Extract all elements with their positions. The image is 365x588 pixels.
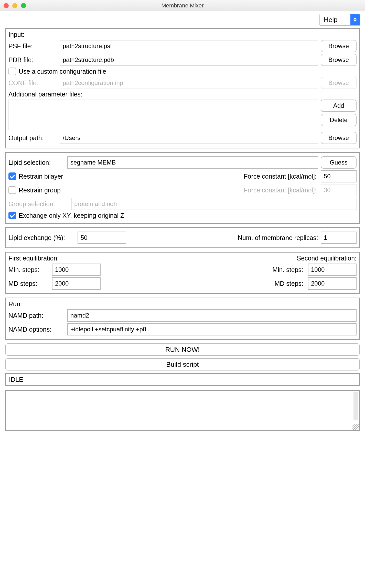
fc-bilayer-label: Force constant [kcal/mol]: [244,173,317,180]
second-min-label: Min. steps: [272,266,303,274]
psf-label: PSF file: [8,42,57,50]
namd-path-input[interactable] [67,309,357,322]
run-panel: Run: NAMD path: NAMD options: [5,298,360,340]
output-path-input[interactable] [60,132,318,144]
zoom-icon[interactable] [21,3,26,8]
first-min-label: Min. steps: [8,266,49,274]
minimize-icon[interactable] [12,3,17,8]
close-icon[interactable] [4,3,9,8]
lipid-sel-input[interactable] [67,156,318,169]
guess-button[interactable]: Guess [321,156,357,169]
second-md-input[interactable] [308,277,357,290]
scrollbar-icon[interactable] [353,392,358,420]
group-sel-label: Group selection: [8,200,69,208]
restrain-group-label: Restrain group [19,187,61,194]
help-dropdown[interactable]: Help [319,14,360,26]
first-equil-label: First equilibration: [8,255,177,262]
lipid-sel-label: Lipid selection: [8,159,65,166]
pdb-input[interactable] [60,54,318,66]
use-conf-label: Use a custom configuration file [19,68,106,75]
pdb-browse-button[interactable]: Browse [321,54,357,66]
status-panel: IDLE [5,373,360,386]
replicas-label: Num. of membrane replicas: [238,234,318,242]
fc-bilayer-input[interactable] [321,170,357,182]
second-md-label: MD steps: [274,280,303,287]
namd-opts-label: NAMD options: [8,326,65,333]
input-panel: Input: PSF file: Browse PDB file: Browse… [5,28,360,148]
use-conf-checkbox[interactable] [8,68,16,75]
fc-group-label: Force constant [kcal/mol]: [244,187,317,194]
group-sel-input [71,198,357,210]
pdb-label: PDB file: [8,56,57,64]
help-dropdown-label: Help [320,14,350,25]
conf-browse-button: Browse [321,77,357,89]
lipid-exchange-label: Lipid exchange (%): [8,234,75,242]
conf-input [60,77,318,89]
namd-opts-input[interactable] [67,323,357,335]
restrain-bilayer-label: Restrain bilayer [19,173,63,180]
restrain-group-checkbox[interactable] [8,186,16,194]
build-script-button[interactable]: Build script [5,358,360,371]
resize-grip-icon[interactable] [352,424,359,430]
replicas-input[interactable] [321,232,357,244]
window-title: Membrane Mixer [0,2,365,9]
first-min-input[interactable] [52,264,101,276]
restrain-bilayer-checkbox[interactable] [8,172,16,180]
fc-group-input [321,184,357,196]
titlebar: Membrane Mixer [0,0,365,11]
second-equil-label: Second equilibration: [188,255,357,262]
exchange-xy-label: Exchange only XY, keeping original Z [19,212,124,219]
add-button[interactable]: Add [321,100,357,112]
first-md-label: MD steps: [8,280,49,287]
input-heading: Input: [8,31,357,38]
run-now-button[interactable]: RUN NOW! [5,343,360,356]
second-min-input[interactable] [308,264,357,276]
addl-param-list[interactable] [8,100,318,130]
lipid-panel: Lipid selection: Guess Restrain bilayer … [5,152,360,224]
first-md-input[interactable] [52,277,101,290]
exchange-panel: Lipid exchange (%): Num. of membrane rep… [5,227,360,248]
psf-input[interactable] [60,40,318,52]
exchange-xy-checkbox[interactable] [8,212,16,219]
status-text: IDLE [9,376,23,383]
log-output[interactable] [5,390,360,431]
psf-browse-button[interactable]: Browse [321,40,357,52]
equil-panel: First equilibration: Min. steps: MD step… [5,252,360,294]
run-heading: Run: [8,300,357,308]
lipid-exchange-input[interactable] [78,232,126,244]
output-path-label: Output path: [8,134,57,142]
namd-path-label: NAMD path: [8,312,65,319]
chevron-updown-icon [350,14,360,25]
addl-param-label: Additional parameter files: [8,91,357,98]
output-browse-button[interactable]: Browse [321,132,357,144]
conf-label: CONF file: [8,79,57,87]
delete-button[interactable]: Delete [321,114,357,126]
